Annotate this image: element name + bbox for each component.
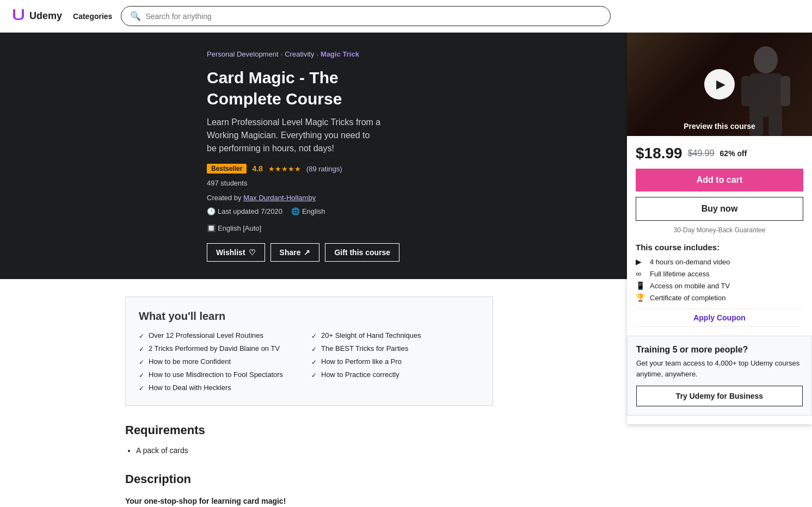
last-updated-item: 🕐 Last updated 7/2020 <box>207 207 282 215</box>
svg-rect-4 <box>741 76 751 106</box>
gift-label: Gift this course <box>334 248 390 257</box>
learn-text-7: The BEST Tricks for Parties <box>321 344 408 353</box>
preview-thumbnail[interactable]: ▶ Preview this course <box>627 33 812 136</box>
search-input[interactable] <box>145 12 601 21</box>
hero-info-row: 🕐 Last updated 7/2020 🌐 English 🔲 Englis… <box>207 207 381 232</box>
bestseller-badge: Bestseller <box>207 164 247 174</box>
globe-icon: 🌐 <box>291 207 300 215</box>
requirements-section: Requirements A pack of cards <box>125 423 493 455</box>
price-original: $49.99 <box>688 149 715 158</box>
svg-rect-0 <box>13 9 15 11</box>
learn-item-1: ✓ Over 12 Professional Level Routines <box>139 331 307 340</box>
includes-title: This course includes: <box>636 243 803 252</box>
check-icon-6: ✓ <box>311 332 317 340</box>
play-icon: ▶ <box>716 77 725 91</box>
requirements-list: A pack of cards <box>125 446 493 455</box>
learn-text-9: How to Practice correctly <box>321 370 399 379</box>
check-icon-2: ✓ <box>139 345 144 353</box>
breadcrumb-creativity[interactable]: Creativity <box>285 50 314 58</box>
cc-icon: 🔲 <box>207 224 216 232</box>
wishlist-label: Wishlist <box>216 248 245 257</box>
learn-item-9: ✓ How to Practice correctly <box>311 370 479 379</box>
categories-button[interactable]: Categories <box>73 12 112 21</box>
learn-title: What you'll learn <box>139 310 479 323</box>
search-icon: 🔍 <box>130 11 141 21</box>
svg-rect-1 <box>22 9 24 11</box>
created-by-label: Created by <box>207 194 242 202</box>
captions-item: 🔲 English [Auto] <box>207 224 261 232</box>
check-icon-5: ✓ <box>139 385 144 392</box>
rating-value: 4.8 <box>252 164 262 173</box>
breadcrumb-personal-dev[interactable]: Personal Development <box>207 50 279 58</box>
learn-grid: ✓ Over 12 Professional Level Routines ✓ … <box>139 331 479 392</box>
guarantee-text: 30-Day Money-Back Guarantee <box>636 226 803 234</box>
gift-button[interactable]: Gift this course <box>325 243 399 262</box>
learn-item-8: ✓ How to Perform like a Pro <box>311 357 479 366</box>
includes-lifetime: ∞ Full lifetime access <box>636 269 803 278</box>
check-icon-8: ✓ <box>311 358 317 366</box>
captions-value: English [Auto] <box>218 224 261 232</box>
add-to-cart-button[interactable]: Add to cart <box>636 169 803 191</box>
preview-label: Preview this course <box>684 122 755 131</box>
course-includes: This course includes: ▶ 4 hours on-deman… <box>636 243 803 302</box>
description-section: Description Your one-stop-shop for learn… <box>125 472 493 507</box>
includes-video: ▶ 4 hours on-demand video <box>636 257 803 266</box>
navbar: Udemy Categories 🔍 <box>0 0 812 33</box>
check-icon-3: ✓ <box>139 358 144 366</box>
learn-item-2: ✓ 2 Tricks Performed by David Blaine on … <box>139 344 307 353</box>
svg-rect-3 <box>749 73 782 117</box>
play-button[interactable]: ▶ <box>704 69 735 100</box>
hero-section: Personal Development › Creativity › Magi… <box>0 33 812 279</box>
share-button[interactable]: Share ↗ <box>270 243 320 262</box>
learn-text-8: How to Perform like a Pro <box>321 357 402 366</box>
wishlist-button[interactable]: Wishlist ♡ <box>207 243 265 262</box>
learn-item-3: ✓ How to be more Confident <box>139 357 307 366</box>
breadcrumb-sep-1: › <box>281 51 283 58</box>
learn-section: What you'll learn ✓ Over 12 Professional… <box>125 296 493 406</box>
clock-icon: 🕐 <box>207 207 216 215</box>
price-row: $18.99 $49.99 62% off <box>636 145 803 162</box>
share-icon: ↗ <box>304 248 310 257</box>
discount-badge: 62% off <box>720 149 747 158</box>
main-inner: What you'll learn ✓ Over 12 Professional… <box>112 279 700 507</box>
breadcrumb-magic-trick[interactable]: Magic Trick <box>321 50 359 58</box>
learn-item-7: ✓ The BEST Tricks for Parties <box>311 344 479 353</box>
course-meta: Bestseller 4.8 ★★★★★ (89 ratings) 497 st… <box>207 164 381 187</box>
check-icon-7: ✓ <box>311 345 317 353</box>
buy-now-button[interactable]: Buy now <box>636 197 803 221</box>
learn-item-6: ✓ 20+ Sleight of Hand Techniques <box>311 331 479 340</box>
requirement-item-1: A pack of cards <box>136 446 493 455</box>
certificate-icon: 🏆 <box>636 293 645 302</box>
description-bold: Your one-stop-shop for learning card mag… <box>125 495 493 507</box>
try-business-button[interactable]: Try Udemy for Business <box>636 386 803 406</box>
logo[interactable]: Udemy <box>11 7 62 26</box>
includes-certificate: 🏆 Certificate of completion <box>636 293 803 302</box>
check-icon-9: ✓ <box>311 372 317 379</box>
learn-text-1: Over 12 Professional Level Routines <box>149 331 263 339</box>
mobile-icon: 📱 <box>636 281 645 290</box>
price-current: $18.99 <box>636 145 682 162</box>
language-value: English <box>302 207 325 215</box>
creator-link[interactable]: Max Durdant-Hollamby <box>243 194 316 202</box>
includes-lifetime-text: Full lifetime access <box>650 270 710 278</box>
logo-text: Udemy <box>29 10 62 22</box>
learn-text-5: How to Deal with Hecklers <box>149 384 231 392</box>
course-subtitle: Learn Professional Level Magic Tricks fr… <box>207 116 381 155</box>
training-box: Training 5 or more people? Get your team… <box>627 336 812 416</box>
hero-content: Personal Development › Creativity › Magi… <box>0 50 588 262</box>
learn-text-6: 20+ Sleight of Hand Techniques <box>321 331 421 339</box>
share-label: Share <box>280 248 301 257</box>
infinity-icon: ∞ <box>636 269 645 278</box>
heart-icon: ♡ <box>249 248 256 257</box>
training-title: Training 5 or more people? <box>636 345 803 355</box>
card-body: $18.99 $49.99 62% off Add to cart Buy no… <box>627 136 812 424</box>
description-title: Description <box>125 472 493 486</box>
apply-coupon-button[interactable]: Apply Coupon <box>636 308 803 327</box>
students-count: 497 students <box>207 179 247 187</box>
course-title: Card Magic - The Complete Course <box>207 67 381 109</box>
includes-mobile-text: Access on mobile and TV <box>650 282 730 290</box>
hero-actions: Wishlist ♡ Share ↗ Gift this course <box>207 243 381 262</box>
udemy-logo-icon <box>11 7 26 26</box>
search-bar[interactable]: 🔍 <box>121 6 611 26</box>
creator-line: Created by Max Durdant-Hollamby <box>207 194 381 202</box>
